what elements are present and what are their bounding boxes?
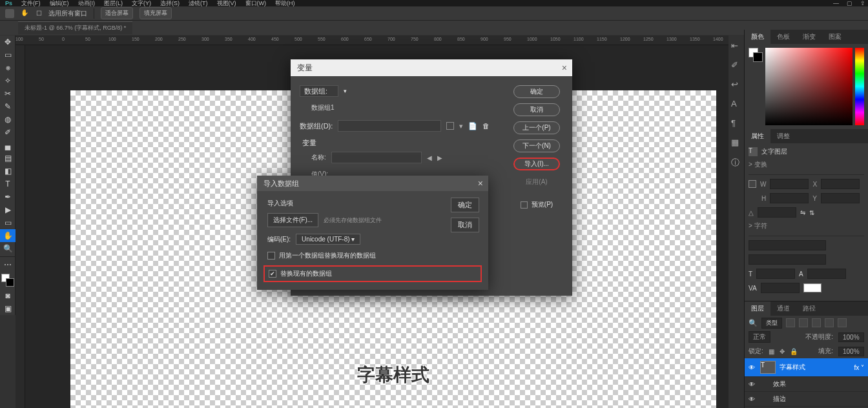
path-tool[interactable]: ▶ — [0, 203, 16, 216]
layer-fx-item[interactable]: 👁 描边 — [745, 392, 868, 407]
next-var-icon[interactable]: ▶ — [437, 154, 442, 161]
eyedrop-tool[interactable]: ✎ — [0, 100, 16, 113]
apply-button[interactable]: 应用(A) — [513, 176, 560, 189]
subtitle-text-layer[interactable]: 字幕样式 — [357, 363, 429, 387]
fill-field[interactable]: 100% — [838, 347, 864, 356]
gradient-tool[interactable]: ◧ — [0, 165, 16, 178]
document-tab[interactable]: 未标题-1 @ 66.7% (字幕样式, RGB/8) * — [18, 21, 132, 34]
history-panel-icon[interactable]: ↩ — [731, 79, 741, 90]
tab-gradient[interactable]: 渐变 — [796, 30, 822, 44]
crop-tool[interactable]: ✂ — [0, 87, 16, 100]
leading-field[interactable] — [807, 269, 846, 279]
flip-v-icon[interactable]: ⇅ — [809, 209, 814, 216]
close-icon[interactable]: × — [562, 63, 567, 73]
mask-mode[interactable]: ◙ — [0, 289, 16, 302]
info-panel-icon[interactable]: ⓘ — [731, 157, 741, 167]
color-field[interactable] — [765, 48, 852, 125]
layer-fx-item[interactable]: 👁 效果 — [745, 377, 868, 392]
lock-pixels-icon[interactable]: ▦ — [769, 348, 774, 355]
type-tool[interactable]: T — [0, 178, 16, 190]
opacity-field[interactable]: 100% — [838, 332, 864, 342]
stamp-tool[interactable]: ▄ — [0, 139, 16, 152]
replace-first-checkbox[interactable]: 用第一个数据组替换现有的数据组 — [267, 251, 478, 260]
blend-mode-select[interactable]: 正常 — [749, 331, 770, 343]
w-field[interactable] — [770, 179, 809, 189]
char-section-header[interactable]: > 字符 — [749, 221, 864, 230]
menu-item[interactable]: 编辑(E) — [50, 0, 69, 8]
eraser-tool[interactable]: ▤ — [0, 152, 16, 165]
menu-item[interactable]: 动画(I) — [78, 0, 96, 8]
x-field[interactable] — [821, 179, 860, 189]
angle-field[interactable] — [758, 207, 796, 218]
more-tools[interactable]: ⋯ — [0, 258, 16, 271]
tab-properties[interactable]: 属性 — [745, 129, 770, 143]
filter-shape-icon[interactable] — [825, 318, 834, 327]
tab-color[interactable]: 颜色 — [745, 30, 770, 44]
transform-section-header[interactable]: > 变换 — [749, 160, 864, 169]
filter-smart-icon[interactable] — [838, 318, 847, 327]
menu-item[interactable]: 文字(Y) — [132, 0, 151, 8]
close-icon[interactable]: × — [478, 178, 483, 189]
search-icon[interactable]: 🔍 — [749, 319, 758, 327]
filter-adj-icon[interactable] — [799, 318, 808, 327]
menu-item[interactable]: 图层(L) — [104, 0, 123, 8]
fx-badge[interactable]: fx ˅ — [854, 364, 864, 371]
menu-item[interactable]: 选择(S) — [160, 0, 180, 8]
wand-tool[interactable]: ✧ — [0, 74, 16, 87]
hue-slider[interactable] — [855, 48, 864, 125]
menu-item[interactable]: 滤镜(T) — [189, 0, 208, 8]
dialog-titlebar[interactable]: 变量 × — [291, 59, 572, 76]
menu-item[interactable]: 文件(F) — [21, 0, 41, 8]
opt-btn[interactable]: 适合屏幕 — [101, 7, 133, 19]
swatch-panel-icon[interactable]: ▦ — [731, 138, 741, 148]
tab-pattern[interactable]: 图案 — [822, 30, 848, 44]
lock-pos-icon[interactable]: ✥ — [780, 348, 785, 355]
select-file-button[interactable]: 选择文件(F)... — [267, 213, 318, 227]
font-family-field[interactable] — [749, 240, 826, 250]
lock-all-icon[interactable]: 🔒 — [790, 348, 798, 355]
tab-adjust[interactable]: 调整 — [770, 129, 796, 143]
color-swatch[interactable] — [803, 283, 822, 292]
restore-icon[interactable]: ▢ — [847, 0, 852, 6]
menu-item[interactable]: 窗口(W) — [245, 0, 267, 8]
var-name-field[interactable] — [331, 152, 422, 163]
new-dataset-icon[interactable]: 📄 — [468, 122, 477, 130]
lasso-tool[interactable]: ⎈ — [0, 61, 16, 74]
font-size-field[interactable] — [756, 269, 795, 279]
font-style-field[interactable] — [749, 254, 826, 265]
prev-var-icon[interactable]: ◀ — [427, 154, 432, 161]
shape-tool[interactable]: ▭ — [0, 216, 16, 229]
dialog-titlebar[interactable]: 导入数据组 × — [257, 176, 488, 191]
brush-panel-icon[interactable]: ✐ — [731, 60, 741, 70]
delete-dataset-icon[interactable]: 🗑 — [482, 122, 490, 130]
move-tool[interactable]: ✥ — [0, 36, 16, 48]
tab-channels[interactable]: 通道 — [770, 301, 796, 316]
char-panel-icon[interactable]: A — [731, 99, 741, 109]
import-button[interactable]: 导入(I)... — [513, 158, 560, 170]
pen-tool[interactable]: ✒ — [0, 190, 16, 203]
encoding-select[interactable]: Unicode (UTF-8) ▾ — [296, 234, 360, 245]
ok-button[interactable]: 确定 — [513, 85, 560, 98]
replace-existing-checkbox[interactable]: 替换现有的数据组 — [269, 269, 477, 278]
share-icon[interactable]: ⇪ — [860, 0, 865, 6]
section-select[interactable]: 数据组: — [300, 85, 338, 97]
cancel-button[interactable]: 取消 — [451, 218, 479, 232]
para-panel-icon[interactable]: ¶ — [731, 118, 741, 128]
layer-item[interactable]: 👁 T 字幕样式 fx ˅ — [745, 358, 868, 377]
tab-paths[interactable]: 路径 — [796, 301, 822, 316]
filter-pixel-icon[interactable] — [786, 318, 795, 327]
preview-checkbox[interactable]: 预览(P) — [521, 200, 553, 209]
zoom-tool[interactable]: 🔍 — [0, 242, 16, 255]
minimize-icon[interactable]: — — [833, 0, 839, 6]
visibility-icon[interactable]: 👁 — [749, 381, 756, 388]
tab-swatches[interactable]: 色板 — [770, 30, 796, 44]
expand-icon[interactable]: ⇤ — [731, 41, 741, 51]
tracking-field[interactable] — [761, 283, 800, 293]
marquee-tool[interactable]: ▭ — [0, 48, 16, 61]
checkbox[interactable]: ☐ — [36, 10, 42, 17]
home-icon[interactable] — [5, 9, 14, 18]
visibility-icon[interactable]: 👁 — [749, 364, 756, 371]
y-field[interactable] — [821, 193, 860, 203]
datasets-input[interactable] — [338, 120, 441, 132]
brush-tool[interactable]: ✐ — [0, 126, 16, 139]
